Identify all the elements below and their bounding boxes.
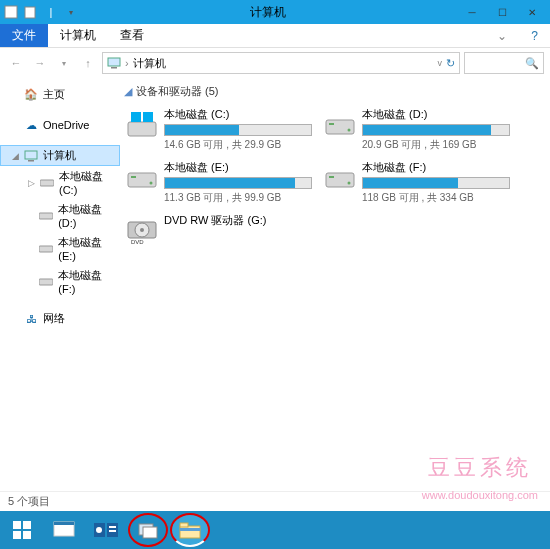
menu-view[interactable]: 查看 <box>108 24 156 47</box>
up-button[interactable]: ↑ <box>78 53 98 73</box>
drive-stat: 118 GB 可用 , 共 334 GB <box>362 191 510 205</box>
sidebar-item-drive-c[interactable]: ▷ 本地磁盘 (C:) <box>0 166 120 199</box>
minimize-button[interactable]: ─ <box>458 3 486 21</box>
help-icon[interactable]: ? <box>519 24 550 47</box>
start-button[interactable] <box>2 513 42 547</box>
breadcrumb-location[interactable]: 计算机 <box>133 56 166 71</box>
capacity-bar <box>164 177 312 189</box>
capacity-bar <box>164 124 312 136</box>
svg-point-21 <box>348 182 351 185</box>
drive-item[interactable]: 本地磁盘 (F:)118 GB 可用 , 共 334 GB <box>322 158 512 207</box>
nav-bar: ← → ▾ ↑ › 计算机 v ↻ 🔍 <box>0 48 550 78</box>
sidebar-item-onedrive[interactable]: ☁ OneDrive <box>0 115 120 135</box>
svg-rect-0 <box>5 6 17 18</box>
taskbar-item-explorer[interactable] <box>170 513 210 547</box>
svg-rect-2 <box>108 58 120 66</box>
drive-icon <box>39 242 53 256</box>
close-button[interactable]: ✕ <box>518 3 546 21</box>
hard-drive-icon <box>324 107 356 143</box>
drive-name: 本地磁盘 (C:) <box>164 107 312 122</box>
svg-rect-4 <box>25 151 37 159</box>
hard-drive-icon <box>324 160 356 196</box>
sidebar-item-computer[interactable]: ◢ 计算机 <box>0 145 120 166</box>
address-dropdown-icon[interactable]: v <box>438 58 443 68</box>
svg-rect-17 <box>131 176 136 178</box>
svg-point-18 <box>150 182 153 185</box>
sidebar-item-drive-f[interactable]: 本地磁盘 (F:) <box>0 265 120 298</box>
drive-name: DVD RW 驱动器 (G:) <box>164 213 312 228</box>
svg-rect-13 <box>326 120 354 134</box>
drive-icon <box>39 209 53 223</box>
svg-point-24 <box>140 228 144 232</box>
drive-item-dvd[interactable]: DVDDVD RW 驱动器 (G:) <box>124 211 314 251</box>
svg-rect-36 <box>109 530 116 532</box>
window-title: 计算机 <box>78 4 458 21</box>
drive-name: 本地磁盘 (F:) <box>362 160 510 175</box>
hard-drive-icon <box>126 107 158 143</box>
back-button[interactable]: ← <box>6 53 26 73</box>
svg-rect-40 <box>180 523 188 527</box>
svg-rect-7 <box>39 213 53 219</box>
svg-rect-16 <box>128 173 156 187</box>
drive-icon <box>39 275 53 289</box>
drive-icon <box>40 176 54 190</box>
refresh-icon[interactable]: ↻ <box>446 57 455 70</box>
svg-rect-3 <box>111 67 117 69</box>
tree-collapse-icon[interactable]: ◢ <box>12 151 19 161</box>
menu-file[interactable]: 文件 <box>0 24 48 47</box>
tree-expand-icon[interactable]: ▷ <box>28 178 35 188</box>
drive-item[interactable]: 本地磁盘 (D:)20.9 GB 可用 , 共 169 GB <box>322 105 512 154</box>
computer-icon <box>24 149 38 163</box>
svg-rect-39 <box>180 526 200 538</box>
address-bar[interactable]: › 计算机 v ↻ <box>102 52 460 74</box>
taskbar <box>0 511 550 549</box>
svg-rect-28 <box>13 531 21 539</box>
drive-item[interactable]: 本地磁盘 (C:)14.6 GB 可用 , 共 29.9 GB <box>124 105 314 154</box>
menu-computer[interactable]: 计算机 <box>48 24 108 47</box>
maximize-button[interactable]: ☐ <box>488 3 516 21</box>
sidebar-item-network[interactable]: 🖧 网络 <box>0 308 120 329</box>
taskbar-item-1[interactable] <box>44 513 84 547</box>
properties-icon[interactable] <box>24 5 38 19</box>
sidebar-item-drive-e[interactable]: 本地磁盘 (E:) <box>0 232 120 265</box>
svg-rect-12 <box>143 112 153 122</box>
drive-stat: 14.6 GB 可用 , 共 29.9 GB <box>164 138 312 152</box>
svg-rect-11 <box>131 112 141 122</box>
search-input[interactable]: 🔍 <box>464 52 544 74</box>
hard-drive-icon <box>126 160 158 196</box>
svg-point-15 <box>348 129 351 132</box>
onedrive-icon: ☁ <box>24 118 38 132</box>
capacity-bar <box>362 124 510 136</box>
collapse-icon[interactable]: ◢ <box>124 85 132 98</box>
watermark-logo: 豆豆系统 <box>428 453 532 483</box>
svg-rect-9 <box>39 279 53 285</box>
history-dropdown-icon[interactable]: ▾ <box>54 53 74 73</box>
item-count: 5 个项目 <box>8 494 50 509</box>
sidebar-item-drive-d[interactable]: 本地磁盘 (D:) <box>0 199 120 232</box>
watermark-url: www.doudouxitong.com <box>422 489 538 501</box>
network-icon: 🖧 <box>24 312 38 326</box>
ribbon-expand-icon[interactable]: ⌄ <box>485 24 519 47</box>
svg-rect-38 <box>143 527 157 538</box>
svg-text:DVD: DVD <box>131 239 144 245</box>
forward-button[interactable]: → <box>30 53 50 73</box>
taskbar-item-taskview[interactable] <box>128 513 168 547</box>
svg-rect-14 <box>329 123 334 125</box>
sidebar-item-home[interactable]: 🏠 主页 <box>0 84 120 105</box>
home-icon: 🏠 <box>24 88 38 102</box>
section-header[interactable]: ◢ 设备和驱动器 (5) <box>124 84 550 99</box>
taskbar-item-2[interactable] <box>86 513 126 547</box>
svg-rect-1 <box>25 7 35 18</box>
svg-rect-20 <box>329 176 334 178</box>
capacity-bar <box>362 177 510 189</box>
dvd-drive-icon: DVD <box>126 213 158 249</box>
drive-stat: 20.9 GB 可用 , 共 169 GB <box>362 138 510 152</box>
svg-rect-29 <box>23 531 31 539</box>
dropdown-icon[interactable]: ▾ <box>64 5 78 19</box>
svg-point-34 <box>96 527 102 533</box>
drive-name: 本地磁盘 (E:) <box>164 160 312 175</box>
app-icon <box>4 5 18 19</box>
breadcrumb-chevron-icon: › <box>125 57 129 69</box>
svg-rect-19 <box>326 173 354 187</box>
drive-item[interactable]: 本地磁盘 (E:)11.3 GB 可用 , 共 99.9 GB <box>124 158 314 207</box>
